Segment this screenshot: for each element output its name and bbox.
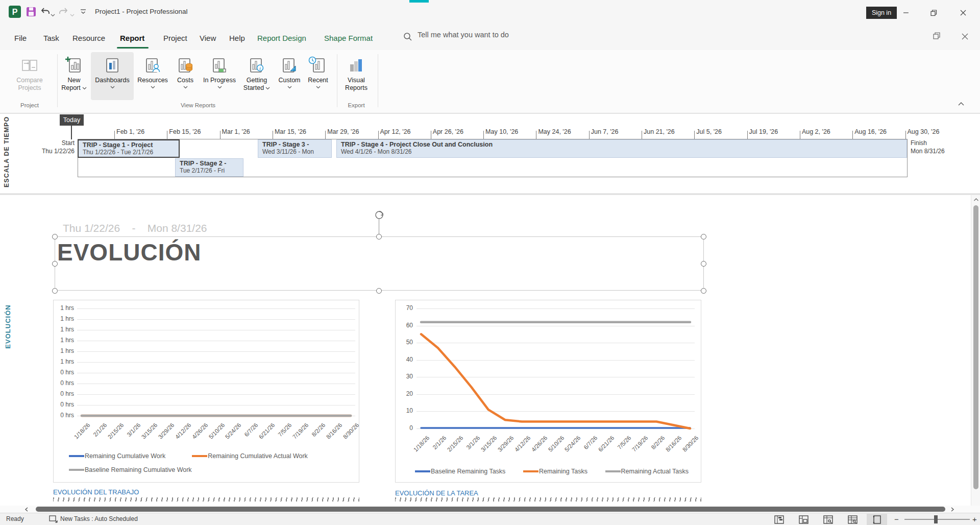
vertical-scrollbar-thumb[interactable] [973,205,978,489]
timeline-scale-tick-label: Aug 2, '26 [802,128,830,135]
new-report-icon [65,54,83,75]
timeline-scale-tick-mark [747,131,748,139]
work-evolution-chart[interactable]: 1 hrs1 hrs1 hrs1 hrs1 hrs1 hrs0 hrs0 hrs… [53,300,359,483]
selection-handle-bottom-left[interactable] [52,288,58,294]
horizontal-scrollbar-thumb[interactable] [36,507,945,512]
custom-button[interactable]: Custom [276,52,303,100]
svg-text:P: P [12,8,18,16]
new-tasks-mode[interactable]: New Tasks : Auto Scheduled [60,515,138,522]
selection-handle-bottom-right[interactable] [701,288,706,294]
timeline-finish-label: Finish [911,139,927,147]
ribbon-separator [378,54,378,107]
report-canvas[interactable]: EVOLUCIÓN Thu 1/22/26 - Mon 8/31/26 EVOL… [0,195,971,506]
resource-sheet-view-button[interactable] [842,514,863,525]
zoom-in-button[interactable]: + [972,515,977,523]
legend-item[interactable]: Remaining Tasks [523,467,587,476]
selection-handle-middle-right[interactable] [701,261,706,267]
timeline-pane-label: ESCALA DE TIEMPO [3,121,10,187]
tab-resource[interactable]: Resource [71,31,106,46]
scroll-left-arrow-icon [24,507,29,512]
dropdown-chevron-icon [217,86,222,89]
timeline-scale-tick-mark [852,131,853,139]
timeline-bar-1[interactable]: TRIP - Stage 1 - ProjectThu 1/22/26 - Tu… [78,139,180,158]
legend-item[interactable]: Remaining Actual Tasks [605,467,689,476]
zoom-slider-thumb[interactable] [934,515,938,523]
costs-button[interactable]: Costs [172,52,199,100]
redo-button[interactable] [59,7,69,19]
clipped-content-strip [53,497,359,502]
group-label-view-reports: View Reports [60,102,336,108]
timeline-scale-tick-mark [536,131,536,139]
legend-item[interactable]: Remaining Cumulative Actual Work [192,451,308,461]
timeline-start-label: Start [31,139,75,147]
timeline-pane[interactable]: ESCALA DE TIEMPO Today Start Thu 1/22/26… [0,114,980,194]
tab-project[interactable]: Project [162,31,188,46]
undo-button[interactable] [40,7,50,19]
report-view-button[interactable] [867,514,887,525]
timeline-bar-4[interactable]: TRIP - Stage 2 -Tue 2/17/26 - Fri [175,158,243,177]
sign-in-button[interactable]: Sign in [866,7,897,19]
legend-item[interactable]: Remaining Cumulative Work [69,451,165,461]
document-close-icon[interactable] [962,33,968,42]
horizontal-scrollbar[interactable] [0,506,980,513]
visual-reports-button[interactable]: VisualReports [340,52,373,100]
timeline-scale-tick-mark [273,131,273,139]
legend-item[interactable]: Baseline Remaining Cumulative Work [69,465,192,474]
rotate-handle-icon[interactable] [375,210,384,222]
timeline-bar-title: TRIP - Stage 1 - Project [83,141,179,149]
gantt-chart-view-button[interactable] [769,514,789,525]
save-icon[interactable] [26,6,37,19]
tab-help[interactable]: Help [228,31,246,46]
task-usage-view-button[interactable] [793,514,814,525]
dropdown-chevron-icon [183,86,188,89]
dropdown-chevron-icon [265,87,270,90]
restore-button[interactable] [922,5,945,20]
timeline-bar-2[interactable]: TRIP - Stage 3 -Wed 3/11/26 - Mon [258,139,332,158]
collapse-ribbon-chevron-icon[interactable] [958,99,965,108]
tab-task[interactable]: Task [42,31,60,46]
tab-shape-format[interactable]: Shape Format [323,31,374,46]
report-page-vertical-label: EVOLUCIÓN [4,299,12,355]
undo-dropdown-chevron-icon[interactable] [51,10,55,19]
tab-view[interactable]: View [199,31,217,46]
app-icon[interactable]: P [8,5,21,20]
getting-started-button[interactable]: i GettingStarted [240,52,274,100]
zoom-out-button[interactable]: − [894,515,899,523]
minimize-button[interactable] [894,5,918,20]
recent-button[interactable]: Recent [304,52,332,100]
legend-marker-icon [523,470,538,473]
timeline-scale-tick-label: May 24, '26 [538,128,571,135]
timeline-bar-dates: Tue 2/17/26 - Fri [180,167,243,174]
redo-dropdown-chevron-icon[interactable] [70,10,75,19]
timeline-scale-tick-mark [325,131,326,139]
tell-me-search-input[interactable] [418,31,571,39]
timeline-finish-date: Mon 8/31/26 [911,148,945,155]
legend-label: Remaining Cumulative Actual Work [208,452,308,460]
series-line[interactable] [421,334,690,428]
tab-file[interactable]: File [13,31,28,46]
tab-report[interactable]: Report [119,31,145,46]
in-progress-button[interactable]: In Progress [201,52,238,100]
task-evolution-chart[interactable]: 7060504030201001/18/262/1/262/15/263/1/2… [395,300,701,483]
tab-report-design[interactable]: Report Design [256,31,307,46]
dashboards-button[interactable]: Dashboards [91,52,134,100]
new-report-button[interactable]: NewReport [59,52,89,100]
selection-handle-top-middle[interactable] [376,234,382,240]
selection-handle-bottom-middle[interactable] [376,288,382,294]
resources-button[interactable]: Resources [136,52,169,100]
window-title: Project1 - Project Professional [95,8,188,15]
timeline-bar-3[interactable]: TRIP - Stage 4 - Project Close Out and C… [336,139,907,158]
ribbon-tab-bar: File Task Resource Report Project View H… [0,25,980,50]
vertical-scrollbar[interactable] [971,195,980,506]
team-planner-view-button[interactable] [818,514,838,525]
selection-handle-top-right[interactable] [701,234,706,240]
report-title[interactable]: EVOLUCIÓN [57,238,201,266]
customize-quick-access-toolbar-icon[interactable] [80,8,87,17]
document-restore-icon[interactable] [933,32,941,42]
scroll-up-arrow-icon [973,198,979,202]
timeline-bar-title: TRIP - Stage 2 - [180,160,243,167]
close-button[interactable] [951,5,975,20]
dropdown-chevron-icon [82,87,87,90]
legend-item[interactable]: Baseline Remaining Tasks [415,467,505,476]
compare-projects-icon [20,54,39,75]
